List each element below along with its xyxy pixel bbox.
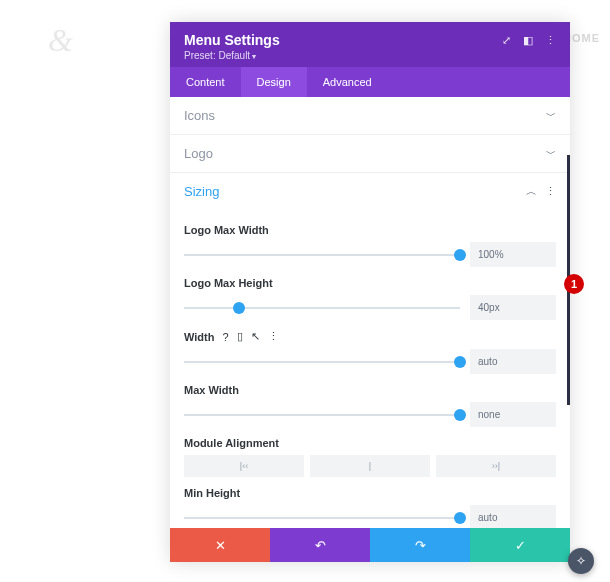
annotation-badge: 1 [564, 274, 584, 294]
value-logo-max-height[interactable]: 40px [470, 295, 556, 320]
field-logo-max-height: Logo Max Height 40px [184, 277, 556, 320]
field-max-width: Max Width none [184, 384, 556, 427]
value-max-width[interactable]: none [470, 402, 556, 427]
tab-advanced[interactable]: Advanced [307, 67, 388, 97]
modal-title: Menu Settings [184, 32, 280, 48]
undo-button[interactable]: ↶ [270, 528, 370, 562]
section-logo[interactable]: Logo ﹀ [170, 135, 570, 173]
label-max-width: Max Width [184, 384, 556, 396]
slider-width[interactable] [184, 361, 460, 363]
settings-wrench-icon[interactable]: ✧ [568, 548, 594, 574]
value-logo-max-width[interactable]: 100% [470, 242, 556, 267]
chevron-down-icon: ﹀ [546, 109, 556, 123]
save-button[interactable]: ✓ [470, 528, 570, 562]
tab-design[interactable]: Design [241, 67, 307, 97]
help-icon[interactable]: ? [222, 331, 228, 343]
expand-icon[interactable]: ⤢ [502, 34, 511, 47]
align-center-button[interactable]: | [310, 455, 430, 477]
preset-dropdown[interactable]: Preset: Default [184, 50, 280, 61]
label-width: Width ? ▯ ↖ ⋮ [184, 330, 556, 343]
field-min-height: Min Height auto [184, 487, 556, 528]
field-logo-max-width: Logo Max Width 100% [184, 224, 556, 267]
slider-logo-max-height[interactable] [184, 307, 460, 309]
section-title-sizing: Sizing [184, 184, 219, 199]
sizing-panel: Logo Max Width 100% Logo Max Height 40px… [170, 210, 570, 528]
menu-settings-modal: Menu Settings Preset: Default ⤢ ◧ ⋮ Cont… [170, 22, 570, 562]
modal-body: Icons ﹀ Logo ﹀ Sizing ︿ ⋮ Logo Max Width… [170, 97, 570, 528]
label-module-alignment: Module Alignment [184, 437, 556, 449]
cancel-button[interactable]: ✕ [170, 528, 270, 562]
hover-icon[interactable]: ↖ [251, 330, 260, 343]
modal-header: Menu Settings Preset: Default ⤢ ◧ ⋮ [170, 22, 570, 67]
slider-logo-max-width[interactable] [184, 254, 460, 256]
field-width: Width ? ▯ ↖ ⋮ auto [184, 330, 556, 374]
slider-max-width[interactable] [184, 414, 460, 416]
snap-icon[interactable]: ◧ [523, 34, 533, 47]
label-logo-max-width: Logo Max Width [184, 224, 556, 236]
redo-button[interactable]: ↷ [370, 528, 470, 562]
field-more-icon[interactable]: ⋮ [268, 330, 279, 343]
align-right-button[interactable]: ››| [436, 455, 556, 477]
section-icons[interactable]: Icons ﹀ [170, 97, 570, 135]
more-icon[interactable]: ⋮ [545, 34, 556, 47]
slider-min-height[interactable] [184, 517, 460, 519]
value-min-height[interactable]: auto [470, 505, 556, 528]
chevron-down-icon: ﹀ [546, 147, 556, 161]
tab-content[interactable]: Content [170, 67, 241, 97]
section-more-icon[interactable]: ⋮ [545, 185, 556, 198]
section-title-logo: Logo [184, 146, 213, 161]
section-title-icons: Icons [184, 108, 215, 123]
modal-footer: ✕ ↶ ↷ ✓ [170, 528, 570, 562]
section-sizing[interactable]: Sizing ︿ ⋮ [170, 173, 570, 210]
label-logo-max-height: Logo Max Height [184, 277, 556, 289]
align-left-button[interactable]: |‹‹ [184, 455, 304, 477]
tabs: Content Design Advanced [170, 67, 570, 97]
value-width[interactable]: auto [470, 349, 556, 374]
background-logo: & [48, 22, 73, 59]
device-tablet-icon[interactable]: ▯ [237, 330, 243, 343]
chevron-up-icon: ︿ [526, 184, 537, 199]
label-min-height: Min Height [184, 487, 556, 499]
field-module-alignment: Module Alignment |‹‹ | ››| [184, 437, 556, 477]
